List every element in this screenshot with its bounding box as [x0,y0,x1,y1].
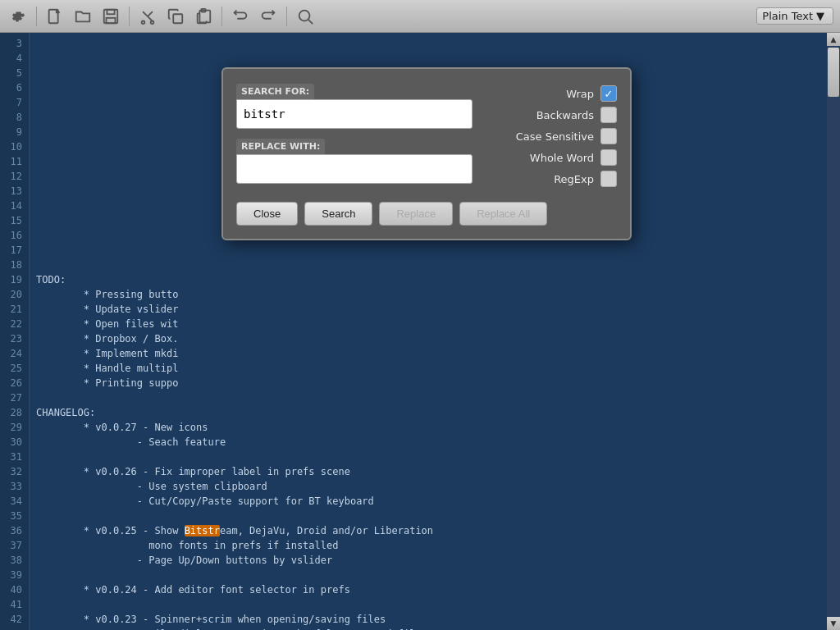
replace-all-button[interactable]: Replace All [459,202,547,226]
dialog-buttons: Close Search Replace Replace All [236,202,617,226]
search-field-group: SEARCH FOR: [236,82,472,129]
replace-field-group: REPLACE WITH: [236,137,472,184]
search-button[interactable]: Search [304,202,372,226]
open-icon[interactable] [71,5,94,28]
sep2 [129,7,130,26]
redo-icon[interactable] [257,5,280,28]
replace-input[interactable] [236,154,472,184]
wrap-checkbox[interactable] [600,85,617,102]
case-sensitive-option-row: Case Sensitive [486,128,617,144]
line-numbers: 34567 89101112 1314151617 1819202122 232… [0,33,30,630]
language-label: Plain Text [762,10,813,22]
svg-point-4 [142,21,145,24]
svg-line-10 [308,20,313,24]
new-icon[interactable] [43,5,66,28]
backwards-option-row: Backwards [486,107,617,123]
regexp-label: RegExp [554,173,594,185]
wrap-label: Wrap [566,88,594,100]
svg-rect-3 [107,17,116,22]
find-icon[interactable] [294,5,317,28]
wrap-option-row: Wrap [486,85,617,102]
regexp-option-row: RegExp [486,171,617,187]
sep4 [286,7,287,26]
whole-word-option-row: Whole Word [486,149,617,166]
dialog-inputs: SEARCH FOR: REPLACE WITH: [236,82,472,192]
scroll-up-button[interactable]: ▲ [827,33,840,46]
chevron-down-icon: ▼ [816,10,824,22]
svg-rect-2 [107,9,114,14]
scroll-thumb[interactable] [828,48,839,97]
replace-with-label: REPLACE WITH: [236,139,325,154]
search-for-label: SEARCH FOR: [236,84,314,99]
dialog-options: Wrap Backwards Case Sensitive [486,82,617,187]
whole-word-checkbox[interactable] [600,149,617,166]
whole-word-label: Whole Word [530,152,594,164]
sep1 [36,7,37,26]
dialog-top-row: SEARCH FOR: REPLACE WITH: Wrap [236,82,617,192]
svg-rect-6 [173,14,182,23]
undo-icon[interactable] [229,5,252,28]
close-button[interactable]: Close [236,202,298,226]
save-icon[interactable] [99,5,122,28]
sep3 [221,7,222,26]
toolbar: Plain Text ▼ [0,0,840,33]
case-sensitive-checkbox[interactable] [600,128,617,144]
backwards-label: Backwards [536,109,594,121]
scroll-down-button[interactable]: ▼ [827,617,840,630]
cut-icon[interactable] [136,5,159,28]
regexp-checkbox[interactable] [600,171,617,187]
svg-point-9 [299,10,310,21]
editor-area: 34567 89101112 1314151617 1819202122 232… [0,33,827,630]
case-sensitive-label: Case Sensitive [516,130,594,143]
replace-button[interactable]: Replace [379,202,453,226]
scrollbar: ▲ ▼ [827,33,840,630]
scroll-track[interactable] [827,46,840,617]
search-replace-dialog: SEARCH FOR: REPLACE WITH: Wrap [221,67,632,240]
main-area: 34567 89101112 1314151617 1819202122 232… [0,33,840,630]
settings-icon[interactable] [7,5,30,28]
search-input[interactable] [236,99,472,129]
copy-icon[interactable] [164,5,187,28]
language-selector[interactable]: Plain Text ▼ [756,7,833,25]
backwards-checkbox[interactable] [600,107,617,123]
paste-icon[interactable] [192,5,215,28]
